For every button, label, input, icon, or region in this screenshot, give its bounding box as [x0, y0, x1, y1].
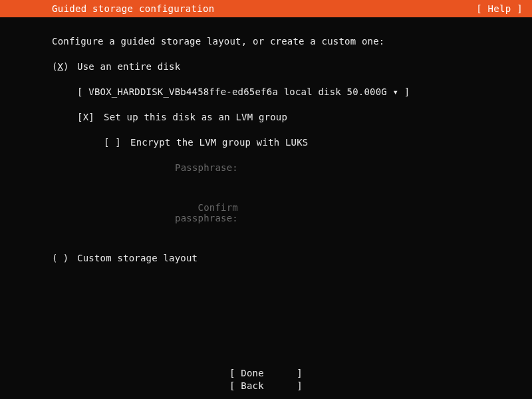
done-button[interactable]: [ Done] [229, 367, 303, 380]
radio-custom[interactable]: ( ) [52, 253, 77, 263]
encrypt-label: Encrypt the LVM group with LUKS [130, 137, 309, 148]
passphrase-row: Passphrase: [130, 162, 480, 173]
lvm-checkbox-row[interactable]: [X] Set up this disk as an LVM group [77, 112, 480, 122]
entire-disk-subblock: [ VBOX_HARDDISK_VBb4458ffe-ed65ef6a loca… [77, 86, 480, 223]
passphrase-label: Passphrase: [130, 162, 243, 173]
page-title: Guided storage configuration [52, 3, 214, 14]
option-entire-disk[interactable]: (X) Use an entire disk [52, 61, 480, 72]
option-entire-disk-label: Use an entire disk [77, 61, 180, 72]
header-bar: Guided storage configuration [ Help ] [0, 0, 532, 17]
encrypt-checkbox-row[interactable]: [ ] Encrypt the LVM group with LUKS [104, 137, 480, 148]
disk-selector-dropdown[interactable]: [ VBOX_HARDDISK_VBb4458ffe-ed65ef6a loca… [77, 86, 480, 97]
option-custom[interactable]: ( ) Custom storage layout [52, 253, 480, 263]
footer: [ Done] [ Back] [0, 367, 532, 392]
help-button[interactable]: [ Help ] [476, 3, 523, 14]
encrypt-checkbox[interactable]: [ ] [104, 137, 130, 148]
lvm-checkbox[interactable]: [X] [77, 112, 104, 122]
back-button[interactable]: [ Back] [229, 380, 303, 392]
encrypt-subblock: Passphrase: Confirm passphrase: [130, 162, 480, 223]
option-custom-label: Custom storage layout [77, 253, 198, 263]
confirm-passphrase-row: Confirm passphrase: [130, 202, 480, 223]
instruction-text: Configure a guided storage layout, or cr… [52, 36, 480, 47]
content-area: Configure a guided storage layout, or cr… [0, 17, 532, 263]
radio-entire-disk[interactable]: (X) [52, 61, 77, 72]
lvm-label: Set up this disk as an LVM group [104, 112, 287, 122]
confirm-passphrase-label: Confirm passphrase: [130, 202, 243, 223]
lvm-subblock: [ ] Encrypt the LVM group with LUKS Pass… [104, 137, 480, 223]
